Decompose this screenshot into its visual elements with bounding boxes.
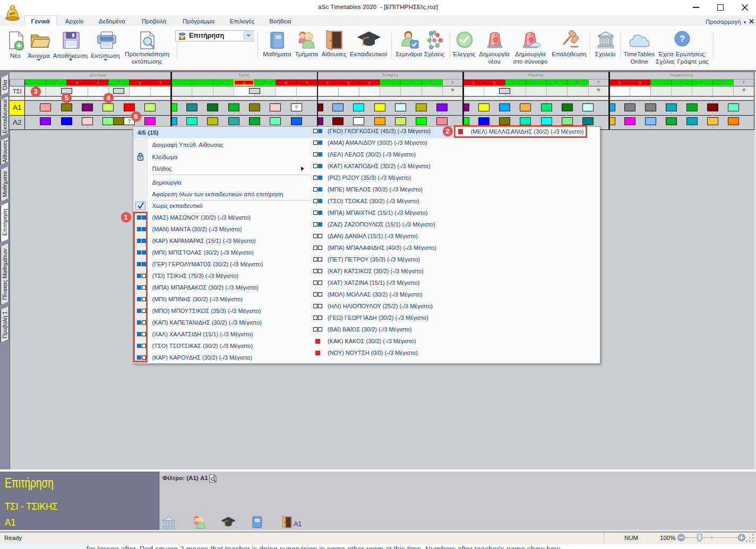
svg-text:?: ? [680,34,685,44]
